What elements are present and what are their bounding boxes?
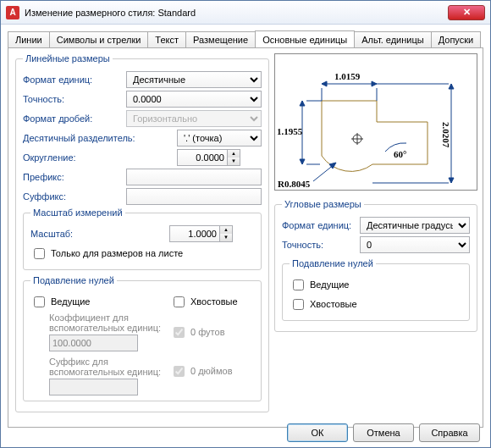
group-scale: Масштаб измерений Масштаб: ▲▼ Только для…: [23, 207, 262, 270]
select-decimal-separator[interactable]: '.' (точка): [177, 130, 262, 147]
legend-ang-zeros: Подавление нулей: [290, 258, 376, 268]
input-round[interactable]: [177, 149, 228, 166]
checkbox-trailing[interactable]: [174, 296, 185, 307]
label-feet: 0 футов: [190, 327, 224, 337]
tab-content: Линейные размеры Формат единиц: Десятичн…: [8, 47, 483, 428]
input-subunit-suffix: [49, 379, 138, 395]
preview-dim-5: R0.8045: [278, 179, 311, 189]
label-ang-trailing: Хвостовые: [310, 299, 357, 309]
select-unit-format[interactable]: Десятичные: [126, 71, 262, 88]
legend-scale: Масштаб измерений: [30, 207, 125, 218]
select-precision[interactable]: 0.0000: [126, 91, 262, 108]
checkbox-layout-only[interactable]: [34, 248, 45, 259]
label-prefix: Префикс:: [23, 172, 126, 182]
spin-down-icon[interactable]: ▼: [220, 234, 232, 241]
dialog-footer: ОК Отмена Справка: [287, 423, 480, 442]
legend-zeros: Подавление нулей: [30, 275, 117, 285]
preview-svg: 1.0159 1.1955 2.0207 60° R0.8045: [275, 54, 477, 190]
input-scale[interactable]: [169, 225, 220, 242]
group-angular: Угловые размеры Формат единиц: Десятичны…: [274, 199, 477, 332]
input-subunit-coef: [49, 335, 138, 351]
label-subunit-coef: Коэффициент для вспомогательных единиц:: [49, 312, 162, 333]
tab-lines[interactable]: Линии: [8, 31, 50, 47]
tab-alt-units[interactable]: Альт. единицы: [354, 31, 431, 47]
tab-text[interactable]: Текст: [147, 31, 186, 47]
label-precision: Точность:: [23, 94, 126, 104]
input-suffix[interactable]: [126, 188, 262, 205]
tab-placement[interactable]: Размещение: [185, 31, 256, 47]
input-prefix[interactable]: [126, 169, 262, 185]
select-ang-precision[interactable]: 0: [360, 236, 470, 253]
label-trailing: Хвостовые: [190, 296, 238, 307]
label-scale: Масштаб:: [30, 229, 169, 239]
preview-dim-3: 2.0207: [441, 122, 451, 148]
spin-down-icon[interactable]: ▼: [228, 158, 240, 165]
group-zero-suppress: Подавление нулей Ведущие Коэффициент для…: [23, 275, 262, 401]
label-ang-precision: Точность:: [282, 240, 360, 250]
tab-primary-units[interactable]: Основные единицы: [255, 30, 355, 47]
tab-tolerances[interactable]: Допуски: [431, 31, 481, 47]
group-linear: Линейные размеры Формат единиц: Десятичн…: [15, 53, 269, 412]
dimension-preview: 1.0159 1.1955 2.0207 60° R0.8045: [274, 53, 477, 191]
checkbox-feet: [174, 327, 185, 338]
tab-symbols[interactable]: Символы и стрелки: [49, 31, 149, 47]
checkbox-leading[interactable]: [34, 296, 45, 307]
label-ang-leading: Ведущие: [310, 279, 349, 290]
preview-dim-2: 1.1955: [277, 126, 303, 136]
label-subunit-suffix: Суффикс для вспомогательных единиц:: [49, 357, 162, 377]
label-leading: Ведущие: [51, 296, 90, 307]
legend-angular: Угловые размеры: [282, 199, 364, 209]
checkbox-inches: [174, 366, 185, 377]
checkbox-ang-trailing[interactable]: [293, 299, 304, 310]
select-fraction-format: Горизонтально: [126, 110, 262, 127]
label-format: Формат единиц:: [23, 75, 126, 85]
window-title: Изменение размерного стиля: Standard: [25, 8, 448, 18]
close-button[interactable]: ✕: [448, 5, 485, 20]
tab-bar: Линии Символы и стрелки Текст Размещение…: [8, 31, 483, 47]
checkbox-ang-leading[interactable]: [293, 279, 304, 290]
label-inches: 0 дюймов: [190, 366, 233, 376]
legend-linear: Линейные размеры: [23, 53, 113, 64]
help-button[interactable]: Справка: [419, 423, 480, 442]
app-icon: A: [6, 6, 19, 19]
label-layout-only: Только для размеров на листе: [51, 248, 183, 258]
titlebar: A Изменение размерного стиля: Standard ✕: [1, 1, 490, 25]
dialog-window: A Изменение размерного стиля: Standard ✕…: [0, 0, 491, 448]
spin-up-icon[interactable]: ▲: [220, 226, 232, 234]
label-suffix: Суффикс:: [23, 191, 126, 202]
label-frac: Формат дробей:: [23, 113, 126, 124]
preview-dim-1: 1.0159: [334, 71, 361, 81]
spinner-round[interactable]: ▲▼: [177, 149, 240, 166]
cancel-button[interactable]: Отмена: [353, 423, 414, 442]
ok-button[interactable]: ОК: [287, 423, 348, 442]
spin-up-icon[interactable]: ▲: [228, 150, 240, 158]
label-ang-format: Формат единиц:: [282, 220, 360, 230]
select-ang-format[interactable]: Десятичные градусы: [360, 217, 470, 234]
label-decsep: Десятичный разделитель:: [23, 133, 177, 143]
preview-dim-4: 60°: [394, 149, 406, 159]
group-ang-zeros: Подавление нулей Ведущие Хвостовые: [282, 258, 470, 321]
spinner-scale[interactable]: ▲▼: [169, 225, 233, 242]
label-round: Округление:: [23, 152, 177, 163]
